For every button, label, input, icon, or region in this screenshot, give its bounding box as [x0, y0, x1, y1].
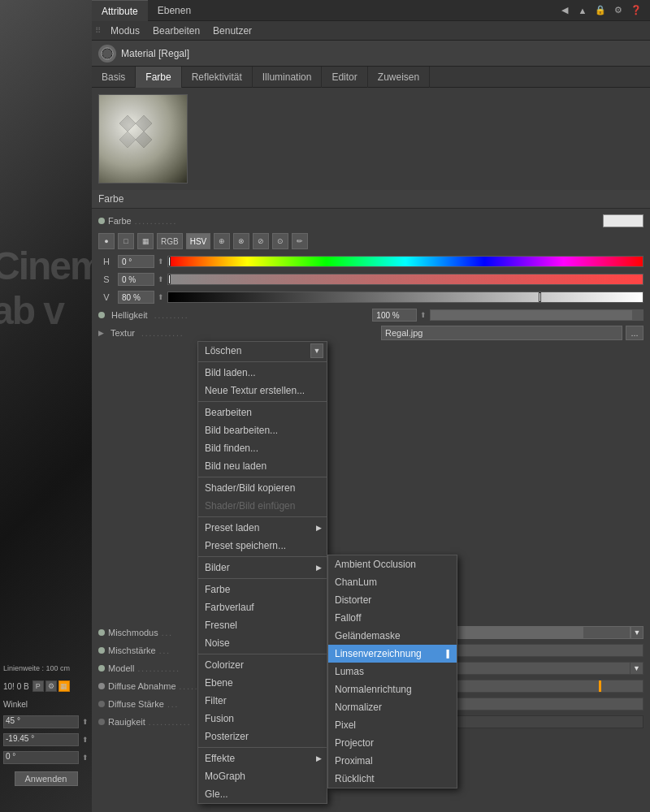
- nav-tab-farbe[interactable]: Farbe: [136, 67, 181, 88]
- ctx-gle[interactable]: Gle...: [198, 785, 327, 803]
- arrow-left-icon[interactable]: ◀: [557, 3, 572, 18]
- textur-expand-icon[interactable]: ▶: [98, 329, 104, 337]
- mischmodus-dot: [98, 629, 105, 636]
- menu-modus[interactable]: Modus: [104, 21, 146, 41]
- bilder-sub-normalenrichtung[interactable]: Normalenrichtung: [328, 680, 457, 698]
- color-btn-icon2[interactable]: ⊗: [233, 233, 249, 249]
- textur-filename[interactable]: Regal.jpg: [381, 326, 622, 340]
- ctx-filter[interactable]: Filter: [198, 692, 327, 710]
- color-btn-hsv[interactable]: HSV: [186, 233, 211, 249]
- bilder-sub-distorter[interactable]: Distorter: [328, 591, 457, 609]
- color-btn-circle[interactable]: ●: [98, 233, 115, 249]
- h-slider-track[interactable]: [167, 256, 644, 267]
- mischmodus-arrow[interactable]: ▼: [630, 626, 644, 639]
- arrow-up-icon[interactable]: ▲: [575, 3, 590, 18]
- angle1-row[interactable]: 45 ° ⬆: [0, 713, 92, 731]
- v-input[interactable]: 80 %: [118, 291, 154, 304]
- nav-tab-basis[interactable]: Basis: [92, 67, 136, 88]
- s-arrow[interactable]: ⬆: [158, 275, 164, 283]
- bilder-sub-gelandemaske[interactable]: Geländemaske: [328, 627, 457, 645]
- ctx-farbverlauf[interactable]: Farbverlauf: [198, 598, 327, 616]
- bilder-sub-chanlum[interactable]: ChanLum: [328, 573, 457, 591]
- ctx-bild-laden[interactable]: Bild laden...: [198, 364, 327, 382]
- farbe-dots: ...........: [135, 217, 600, 226]
- ctx-bilder[interactable]: Bilder: [198, 559, 327, 577]
- textur-dots: ...........: [141, 329, 375, 338]
- angle2-arrow: ⬆: [82, 736, 89, 744]
- ctx-fresnel[interactable]: Fresnel: [198, 616, 327, 634]
- help-icon[interactable]: ❓: [629, 3, 644, 18]
- tab-attribute[interactable]: Attribute: [92, 0, 148, 21]
- s-slider-track[interactable]: [167, 274, 644, 285]
- h-arrow[interactable]: ⬆: [158, 257, 164, 266]
- ctx-preset-speichern[interactable]: Preset speichern...: [198, 537, 327, 555]
- settings-icon[interactable]: ⚙: [611, 3, 626, 18]
- ctx-ebene[interactable]: Ebene: [198, 674, 327, 692]
- ctx-bild-finden[interactable]: Bild finden...: [198, 439, 327, 457]
- bilder-sub-rucklicht[interactable]: Rücklicht: [328, 770, 457, 788]
- angle3-input[interactable]: 0 °: [3, 751, 79, 764]
- apply-button[interactable]: Anwenden: [15, 771, 78, 786]
- menu-benutzer[interactable]: Benutzer: [206, 21, 258, 41]
- nav-tab-zuweisen[interactable]: Zuweisen: [368, 67, 430, 88]
- mischstarke-dot: [98, 647, 105, 654]
- ctx-posterizer[interactable]: Posterizer: [198, 728, 327, 745]
- color-btn-square[interactable]: □: [118, 233, 134, 249]
- h-input[interactable]: 0 °: [118, 255, 154, 268]
- tool-icon-2[interactable]: ⚙: [46, 680, 57, 692]
- h-slider-thumb: [168, 257, 171, 266]
- color-btn-eyedropper[interactable]: ✏: [292, 233, 308, 249]
- ctx-noise[interactable]: Noise: [198, 634, 327, 652]
- ctx-bearbeiten[interactable]: Bearbeiten: [198, 404, 327, 421]
- color-btn-icon1[interactable]: ⊕: [214, 233, 230, 249]
- loschen-dropdown-arrow[interactable]: ▼: [310, 343, 323, 358]
- menu-bearbeiten[interactable]: Bearbeiten: [146, 21, 206, 41]
- color-toolbar: ● □ ▦ RGB HSV ⊕ ⊗ ⊘ ⊙ ✏: [92, 230, 650, 253]
- ctx-bild-neu-laden[interactable]: Bild neu laden: [198, 457, 327, 475]
- bilder-sub-lumas[interactable]: Lumas: [328, 663, 457, 680]
- nav-tab-editor[interactable]: Editor: [322, 67, 367, 88]
- angle3-row[interactable]: 0 ° ⬆: [0, 749, 92, 767]
- s-input[interactable]: 0 %: [118, 273, 154, 286]
- angle2-row[interactable]: -19.45 ° ⬆: [0, 731, 92, 749]
- bilder-sub-pixel[interactable]: Pixel: [328, 716, 457, 734]
- ctx-preset-laden[interactable]: Preset laden: [198, 519, 327, 537]
- v-arrow[interactable]: ⬆: [158, 293, 164, 301]
- ctx-farbe[interactable]: Farbe: [198, 581, 327, 598]
- tool-icon-3[interactable]: ▦: [58, 680, 70, 692]
- textur-menu-button[interactable]: ...: [626, 326, 644, 340]
- ctx-fusion[interactable]: Fusion: [198, 710, 327, 728]
- color-btn-icon3[interactable]: ⊘: [253, 233, 269, 249]
- bilder-sub-ambient-occlusion[interactable]: Ambient Occlusion: [328, 555, 457, 573]
- bilder-sub-normalizer[interactable]: Normalizer: [328, 698, 457, 716]
- ctx-neue-textur[interactable]: Neue Textur erstellen...: [198, 382, 327, 400]
- bilder-sub-falloff[interactable]: Falloff: [328, 609, 457, 627]
- helligkeit-slider-track[interactable]: [430, 309, 644, 321]
- mischmodus-label: Mischmodus: [108, 628, 158, 637]
- helligkeit-input[interactable]: 100 %: [372, 309, 417, 322]
- bilder-sub-linsenverzeichnung[interactable]: Linsenverzeichnung ▌: [328, 645, 457, 663]
- ctx-bild-bearbeiten[interactable]: Bild bearbeiten...: [198, 421, 327, 439]
- modell-arrow[interactable]: ▼: [630, 663, 643, 674]
- bilder-sub-projector[interactable]: Projector: [328, 734, 457, 752]
- lock-icon[interactable]: 🔒: [593, 3, 608, 18]
- grip-icon: ⠿: [95, 26, 101, 35]
- angle1-input[interactable]: 45 °: [3, 715, 79, 728]
- ctx-colorizer[interactable]: Colorizer: [198, 656, 327, 674]
- ctx-effekte[interactable]: Effekte: [198, 749, 327, 767]
- ctx-mograph[interactable]: MoGraph: [198, 767, 327, 785]
- color-swatch[interactable]: [603, 214, 644, 227]
- nav-tab-illumination[interactable]: Illumination: [253, 67, 323, 88]
- color-btn-grid[interactable]: ▦: [137, 233, 154, 249]
- ctx-shader-kopieren[interactable]: Shader/Bild kopieren: [198, 479, 327, 497]
- v-slider-track[interactable]: [167, 292, 644, 303]
- color-btn-icon4[interactable]: ⊙: [272, 233, 288, 249]
- helligkeit-arrow[interactable]: ⬆: [420, 311, 427, 319]
- tab-ebenen[interactable]: Ebenen: [148, 0, 201, 21]
- nav-tab-reflektivitat[interactable]: Reflektivität: [182, 67, 253, 88]
- material-preview-sphere[interactable]: [98, 94, 188, 184]
- tool-icon-1[interactable]: P: [32, 680, 44, 692]
- color-btn-rgb[interactable]: RGB: [157, 233, 183, 249]
- bilder-sub-proximal[interactable]: Proximal: [328, 752, 457, 770]
- angle2-input[interactable]: -19.45 °: [3, 733, 79, 746]
